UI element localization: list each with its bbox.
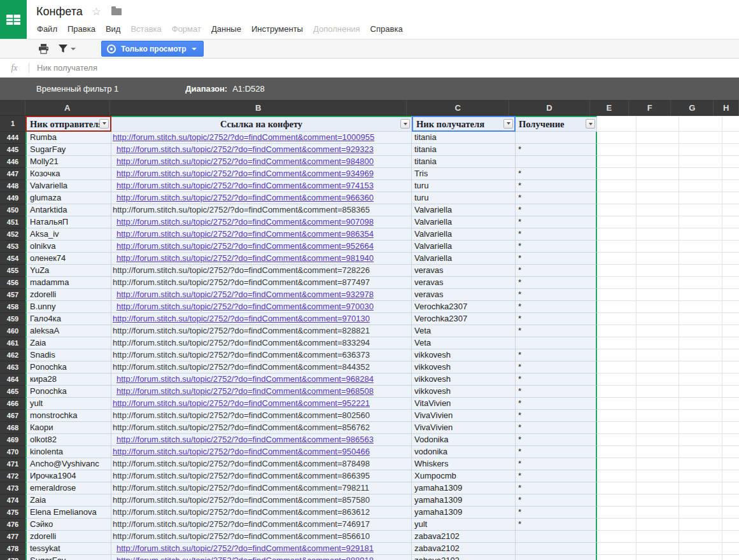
cell-received[interactable] xyxy=(516,156,597,168)
cell-recipient[interactable]: yult xyxy=(412,519,516,531)
row-header[interactable]: 474 xyxy=(0,494,25,507)
cell-candy-link[interactable]: http://forum.stitch.su/topic/2752/?do=fi… xyxy=(111,289,412,301)
cell-recipient[interactable]: Verochka2307 xyxy=(412,313,516,325)
cell-empty[interactable] xyxy=(637,361,679,374)
cell-candy-link[interactable]: http://forum.stitch.su/topic/2752/?do=fi… xyxy=(111,216,412,228)
cell-empty[interactable] xyxy=(597,289,637,301)
cell-candy-link[interactable]: http://forum.stitch.su/topic/2752/?do=fi… xyxy=(111,301,412,313)
cell-empty[interactable] xyxy=(597,180,637,192)
column-header-h[interactable]: H xyxy=(714,100,739,116)
folder-icon[interactable] xyxy=(111,8,122,15)
cell-recipient[interactable]: vikkovesh xyxy=(412,374,516,386)
menu-данные[interactable]: Данные xyxy=(206,22,246,36)
cell-recipient[interactable]: vodonika xyxy=(412,446,516,458)
cell-empty[interactable] xyxy=(679,156,722,168)
cell-empty[interactable] xyxy=(637,132,679,144)
row-header[interactable]: 469 xyxy=(0,434,25,446)
cell-candy-link[interactable]: http://forum.stitch.su/topic/2752/?do=fi… xyxy=(111,386,412,398)
cell-candy-link[interactable]: http://forum.stitch.su/topic/2752/?do=fi… xyxy=(111,519,412,531)
cell-candy-link[interactable]: http://forum.stitch.su/topic/2752/?do=fi… xyxy=(111,410,412,422)
cell-empty[interactable] xyxy=(597,482,637,494)
cell-empty[interactable] xyxy=(637,458,679,470)
cell-empty[interactable] xyxy=(637,374,679,386)
cell-empty[interactable] xyxy=(679,132,722,144)
cell-recipient[interactable]: Veta xyxy=(412,325,516,337)
cell-empty[interactable] xyxy=(597,204,637,216)
cell-h1[interactable] xyxy=(722,116,739,132)
cell-candy-link[interactable]: http://forum.stitch.su/topic/2752/?do=fi… xyxy=(111,168,412,180)
cell-empty[interactable] xyxy=(597,265,637,277)
cell-sender[interactable]: Valvariella xyxy=(25,180,111,192)
row-header[interactable]: 455 xyxy=(0,265,25,277)
cell-empty[interactable] xyxy=(597,361,637,374)
cell-sender[interactable]: Rumba xyxy=(25,132,111,144)
cell-sender[interactable]: Каори xyxy=(25,422,111,434)
row-header[interactable]: 446 xyxy=(0,156,25,168)
cell-empty[interactable] xyxy=(637,301,679,313)
cell-received[interactable]: * xyxy=(516,228,597,241)
cell-sender[interactable]: zdorelli xyxy=(25,289,111,301)
cell-empty[interactable] xyxy=(722,168,739,180)
row-header[interactable]: 465 xyxy=(0,386,25,398)
cell-empty[interactable] xyxy=(597,507,637,519)
cell-empty[interactable] xyxy=(722,241,739,253)
cell-recipient[interactable]: Veta xyxy=(412,337,516,349)
cell-recipient[interactable]: Vodonika xyxy=(412,434,516,446)
cell-empty[interactable] xyxy=(597,374,637,386)
cell-empty[interactable] xyxy=(637,337,679,349)
cell-e1[interactable] xyxy=(597,116,637,132)
cell-candy-link[interactable]: http://forum.stitch.su/topic/2752/?do=fi… xyxy=(111,374,412,386)
cell-empty[interactable] xyxy=(637,482,679,494)
cell-candy-link[interactable]: http://forum.stitch.su/topic/2752/?do=fi… xyxy=(111,192,412,204)
cell-empty[interactable] xyxy=(722,482,739,494)
cell-sender[interactable]: Antarktida xyxy=(25,204,111,216)
cell-received[interactable]: * xyxy=(516,192,597,204)
cell-empty[interactable] xyxy=(597,325,637,337)
row-header[interactable]: 460 xyxy=(0,325,25,337)
cell-empty[interactable] xyxy=(679,482,722,494)
cell-recipient[interactable]: yamaha1309 xyxy=(412,494,516,507)
row-header[interactable]: 461 xyxy=(0,337,25,349)
cell-sender[interactable]: SugarFay xyxy=(25,144,111,156)
cell-sender[interactable]: olkot82 xyxy=(25,434,111,446)
row-header[interactable]: 444 xyxy=(0,132,25,144)
cell-recipient[interactable]: Xumpocmb xyxy=(412,470,516,482)
cell-empty[interactable] xyxy=(679,410,722,422)
candy-url-link[interactable]: http://forum.stitch.su/topic/2752/?do=fi… xyxy=(113,374,374,384)
star-icon[interactable]: ☆ xyxy=(92,6,101,17)
cell-empty[interactable] xyxy=(722,494,739,507)
cell-empty[interactable] xyxy=(679,349,722,361)
cell-d1[interactable]: Получение xyxy=(516,116,597,132)
cell-empty[interactable] xyxy=(597,337,637,349)
cell-empty[interactable] xyxy=(597,398,637,410)
cell-empty[interactable] xyxy=(597,168,637,180)
cell-recipient[interactable]: Tris xyxy=(412,168,516,180)
cell-received[interactable]: * xyxy=(516,204,597,216)
cell-empty[interactable] xyxy=(637,434,679,446)
cell-empty[interactable] xyxy=(597,410,637,422)
cell-empty[interactable] xyxy=(597,144,637,156)
row-header[interactable]: 459 xyxy=(0,313,25,325)
cell-received[interactable]: * xyxy=(516,253,597,265)
cell-recipient[interactable]: yamaha1309 xyxy=(412,507,516,519)
menu-правка[interactable]: Правка xyxy=(62,22,101,36)
column-header-f[interactable]: F xyxy=(629,100,671,116)
row-header[interactable]: 458 xyxy=(0,301,25,313)
cell-recipient[interactable]: zabava2102 xyxy=(412,555,516,560)
candy-url-link[interactable]: http://forum.stitch.su/topic/2752/?do=fi… xyxy=(113,398,370,408)
print-icon[interactable] xyxy=(38,44,49,54)
cell-sender[interactable]: kinolenta xyxy=(25,446,111,458)
cell-empty[interactable] xyxy=(597,228,637,241)
cell-empty[interactable] xyxy=(637,398,679,410)
cell-empty[interactable] xyxy=(722,192,739,204)
cell-empty[interactable] xyxy=(679,204,722,216)
cell-empty[interactable] xyxy=(679,277,722,289)
cell-empty[interactable] xyxy=(722,132,739,144)
cell-received[interactable]: * xyxy=(516,470,597,482)
cell-empty[interactable] xyxy=(597,543,637,555)
candy-url-link[interactable]: http://forum.stitch.su/topic/2752/?do=fi… xyxy=(113,181,374,190)
cell-g1[interactable] xyxy=(679,116,722,132)
cell-candy-link[interactable]: http://forum.stitch.su/topic/2752/?do=fi… xyxy=(111,180,412,192)
cell-received[interactable] xyxy=(516,543,597,555)
cell-sender[interactable]: Козочка xyxy=(25,168,111,180)
